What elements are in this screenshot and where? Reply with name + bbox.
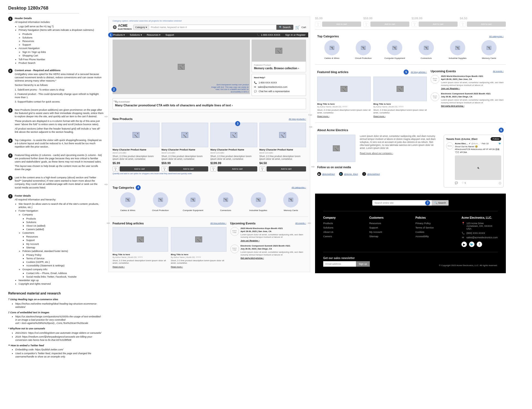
logo[interactable]: ⚙ ACMEELECTRONICS xyxy=(113,24,132,30)
category-select[interactable]: Category ▾ xyxy=(134,25,149,30)
hero-area: 2 Semi-transparent overlay over product … xyxy=(110,37,308,98)
footer-search-input[interactable]: Search entire site xyxy=(372,200,424,206)
category-item[interactable]: Connectors xyxy=(210,192,241,212)
nav-signin[interactable]: Sign In or Register xyxy=(285,34,306,36)
read-more-link[interactable]: Read more › xyxy=(171,266,183,268)
footer-search-button[interactable]: 🔍 Search xyxy=(432,200,449,206)
add-to-cart-button[interactable]: Add to cart xyxy=(169,166,208,172)
add-to-cart-button[interactable]: Add to cart xyxy=(419,22,458,27)
twitter-icon[interactable]: 🐦 xyxy=(469,242,474,247)
footer-link[interactable]: Products xyxy=(323,222,358,225)
event-link[interactable]: Join us! Register › xyxy=(441,87,460,90)
read-more-link[interactable]: Read more › xyxy=(373,115,385,118)
footer-link[interactable]: About Us xyxy=(323,231,358,233)
social-link[interactable]: ▶@AcmeElect xyxy=(317,172,335,176)
all-categories-link[interactable]: All categories › xyxy=(292,186,306,189)
social-link[interactable]: 🐦@Acme_Elect xyxy=(339,172,358,176)
tweet-handle: @Acm… xyxy=(471,142,480,145)
category-item[interactable]: Industrial Supplies xyxy=(443,40,472,59)
qty-input[interactable]: Qty1 xyxy=(259,166,265,172)
footer-link[interactable]: Cookies xyxy=(415,231,451,233)
marker-7: 7 xyxy=(425,200,430,205)
tweet-follow-button[interactable]: Follow xyxy=(491,137,501,141)
newsletter-button[interactable]: Sign up xyxy=(356,261,370,267)
qty-input[interactable]: Qty1 xyxy=(363,22,369,27)
category-item[interactable]: Memory Cards xyxy=(276,192,306,212)
nh-chat[interactable]: 💬 Chat live with a representative xyxy=(254,89,304,94)
category-item[interactable]: Computer Equipment xyxy=(178,192,208,212)
cont-all-blogs-link[interactable]: All blog articles › xyxy=(411,71,427,73)
read-more-link[interactable]: Read more › xyxy=(317,115,329,118)
footer-link[interactable]: Terms of Service xyxy=(415,226,451,229)
footer-company-info: Acme Electronics, LLC.📍123 Acme Drive Ac… xyxy=(461,216,498,247)
add-to-cart-button[interactable]: Add to cart xyxy=(322,22,361,27)
category-item[interactable]: Cables & Wires xyxy=(113,192,143,212)
cont-all-categories-link[interactable]: All categories › xyxy=(489,35,504,38)
search-input[interactable]: Product name, keyword or item # xyxy=(149,25,276,30)
footer-link[interactable]: Sitemap xyxy=(369,235,404,238)
social-link[interactable]: f@AcmeElect xyxy=(362,172,380,176)
footer-link[interactable]: Resources xyxy=(369,222,404,225)
nav-support[interactable]: Support xyxy=(165,34,174,36)
qty-input[interactable]: Qty1 xyxy=(460,22,466,27)
category-item[interactable]: Cables & Wires xyxy=(317,40,346,59)
category-item[interactable]: Computer Equipment xyxy=(380,40,409,59)
event-item: Event Logo2023 World Electronics Expo Bo… xyxy=(230,227,306,242)
about-text: Lorem ipsum dolor sit amet, consetetur s… xyxy=(360,135,437,150)
category-item[interactable]: Industrial Supplies xyxy=(243,192,274,212)
footer-link[interactable]: Accessibility xyxy=(415,235,451,238)
facebook-icon[interactable]: f xyxy=(477,242,482,247)
footer-link[interactable]: Careers xyxy=(323,235,358,238)
footer: Search entire site 7 🔍 Search CompanyPro… xyxy=(315,194,506,273)
cont-all-events-link[interactable]: All events › xyxy=(493,70,504,73)
qty-input[interactable]: Qty1 xyxy=(162,166,168,172)
marker-5: 5 xyxy=(404,70,409,74)
youtube-icon[interactable]: ▶ xyxy=(461,242,467,247)
hero-main-image[interactable]: Semi-transparent overlay over product im… xyxy=(113,40,250,94)
event-link[interactable]: Get early-bird pricing › xyxy=(241,257,264,259)
category-item[interactable]: Circuit Protection xyxy=(349,40,378,59)
event-link[interactable]: Join us! Register › xyxy=(241,239,260,242)
add-to-cart-button[interactable]: Add to cart xyxy=(217,166,257,172)
search-button[interactable]: 🔍 Search xyxy=(276,25,293,30)
top-categories-section: ‹h3› Top Categories 4 All categories › C… xyxy=(110,183,308,214)
nav-products[interactable]: Products ▾ xyxy=(113,34,125,36)
all-blogs-link[interactable]: All blog articles › xyxy=(210,222,226,224)
footer-link[interactable]: My Account xyxy=(369,231,404,233)
newsletter-input[interactable]: Email address xyxy=(323,261,356,267)
all-events-link[interactable]: All events › xyxy=(295,222,306,224)
all-new-products-link[interactable]: All new products › xyxy=(289,118,306,120)
reply-icon[interactable]: 💬 xyxy=(455,182,458,185)
like-icon[interactable]: ♡ 5 xyxy=(462,182,466,185)
qty-input[interactable]: Qty1 xyxy=(315,22,321,27)
add-to-cart-button[interactable]: Add to cart xyxy=(370,22,409,27)
add-to-cart-button[interactable]: Add to cart xyxy=(467,22,506,27)
info-icon[interactable]: ⓘ xyxy=(499,182,501,185)
event-link[interactable]: Get early-bird pricing › xyxy=(441,105,464,107)
qty-input[interactable]: Qty1 xyxy=(412,22,418,27)
nav-solutions[interactable]: Solutions ▾ xyxy=(130,34,142,36)
footer-link[interactable]: Solutions xyxy=(323,226,358,229)
nh-email[interactable]: ✉ sales@acmeelectronics.com xyxy=(254,85,304,89)
cart-icon[interactable]: 🛒 xyxy=(295,25,300,29)
qty-input[interactable]: Qty1 xyxy=(113,166,119,172)
footer-col: CustomersResourcesSupportMy AccountSitem… xyxy=(369,216,404,247)
add-to-cart-button[interactable]: Add to cart xyxy=(120,166,159,172)
read-more-link[interactable]: Read more › xyxy=(113,266,125,268)
product-card: Many Character Product NameItem# 123-ABC… xyxy=(259,123,306,172)
cart-label[interactable]: Cart xyxy=(301,26,306,29)
qty-input[interactable]: Qty1 xyxy=(210,166,216,172)
footer-link[interactable]: Support xyxy=(369,226,404,229)
category-item[interactable]: Connectors xyxy=(412,40,441,59)
nh-phone[interactable]: 📞 1-800-XXX-XXXX xyxy=(254,80,304,85)
category-item[interactable]: Circuit Protection xyxy=(145,192,176,212)
footer-link[interactable]: Privacy Policy xyxy=(415,222,451,225)
category-item[interactable]: Memory Cards xyxy=(474,40,504,59)
event-promo-bar[interactable]: ‹h2› Big Event/Sale! Many Character prom… xyxy=(113,98,306,109)
about-link[interactable]: Read more about our company › xyxy=(360,152,437,155)
nav-resources[interactable]: Resources ▾ xyxy=(147,34,161,36)
marker-3: 3 xyxy=(235,121,240,126)
featured-card[interactable]: Featured Product Memory cards. Browse co… xyxy=(252,40,306,72)
add-to-cart-button[interactable]: Add to cart xyxy=(267,166,306,172)
newsletter-title: Get our sales newsletter xyxy=(323,257,370,260)
